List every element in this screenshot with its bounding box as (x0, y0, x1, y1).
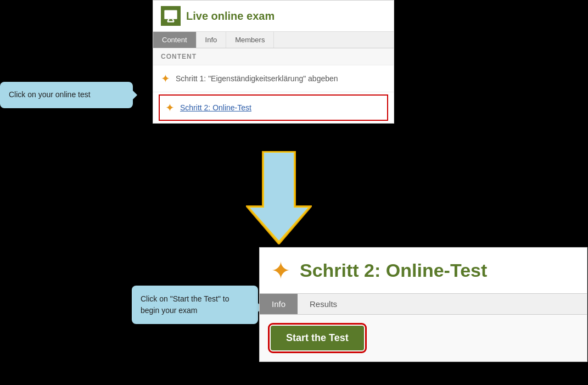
tab-content[interactable]: Content (153, 32, 197, 48)
tabs-row: Content Info Members (153, 32, 394, 48)
puzzle-icon-1: ✦ (161, 72, 170, 85)
svg-marker-6 (250, 153, 308, 241)
bottom-panel-title: Schritt 2: Online-Test (300, 260, 487, 281)
top-panel: Live online exam Content Info Members CO… (153, 0, 394, 124)
tab-info[interactable]: Info (197, 32, 227, 48)
content-item-1: ✦ Schritt 1: "Eigenständigkeitserklärung… (153, 65, 394, 92)
callout-bottom: Click on "Start the Test" to begin your … (132, 286, 258, 324)
callout-top-text: Click on your online test (9, 90, 91, 99)
bottom-panel: ✦ Schritt 2: Online-Test Info Results St… (259, 247, 587, 362)
svg-rect-0 (164, 10, 177, 19)
callout-top: Click on your online test (0, 82, 133, 108)
lms-icon (161, 6, 181, 26)
callout-bottom-text: Click on "Start the Test" to begin your … (141, 294, 229, 315)
content-item-2[interactable]: ✦ Schritt 2: Online-Test (159, 94, 388, 121)
bottom-content-area: Start the Test (260, 315, 587, 361)
puzzle-icon-2: ✦ (165, 101, 175, 114)
top-panel-title: Live online exam (186, 10, 275, 23)
start-test-button[interactable]: Start the Test (271, 326, 364, 350)
bottom-tab-info[interactable]: Info (260, 294, 298, 314)
content-item-link-2[interactable]: Schritt 2: Online-Test (180, 103, 251, 112)
tab-members[interactable]: Members (226, 32, 274, 48)
top-panel-header: Live online exam (153, 1, 394, 32)
down-arrow (246, 151, 312, 244)
bottom-tabs-row: Info Results (260, 293, 587, 315)
board-icon (163, 8, 178, 24)
content-item-text-1: Schritt 1: "Eigenständigkeitserklärung" … (176, 74, 338, 83)
bottom-puzzle-icon: ✦ (271, 256, 291, 284)
bottom-tab-results[interactable]: Results (298, 294, 349, 314)
content-section-label: CONTENT (153, 48, 394, 65)
bottom-panel-header: ✦ Schritt 2: Online-Test (260, 248, 587, 293)
